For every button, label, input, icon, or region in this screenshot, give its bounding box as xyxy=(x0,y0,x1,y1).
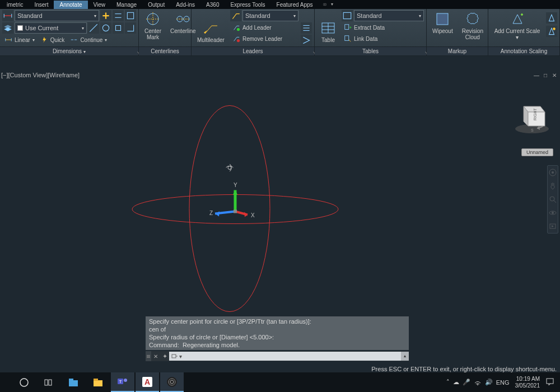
command-input[interactable]: ▾ xyxy=(169,352,401,361)
taskbar-clock[interactable]: 10:19 AM 3/05/2021 xyxy=(515,376,540,389)
leader-style-combo[interactable]: Standard▾ xyxy=(242,10,298,21)
panel-title-leaders[interactable]: Leaders↘ xyxy=(192,46,314,55)
autocad-icon[interactable]: A xyxy=(136,372,159,392)
scale-list-icon[interactable] xyxy=(546,12,557,24)
dim-baseline-icon[interactable] xyxy=(113,10,124,21)
pan-icon[interactable] xyxy=(548,181,557,190)
multileader-button[interactable]: Multileader xyxy=(194,10,228,46)
tray-onedrive-icon[interactable]: ☁ xyxy=(453,379,459,386)
command-recent-icon[interactable]: ▴ xyxy=(401,352,409,361)
leader-style-icon[interactable] xyxy=(230,10,241,21)
svg-rect-48 xyxy=(234,210,237,213)
cortana-icon[interactable] xyxy=(12,372,36,392)
task-view-icon[interactable] xyxy=(37,372,60,392)
obs-icon[interactable] xyxy=(160,372,184,392)
dim-override-icon[interactable] xyxy=(125,10,136,21)
dim-tool-4[interactable] xyxy=(125,22,136,34)
add-scale-button[interactable]: Add Current Scale ▾ xyxy=(491,10,544,46)
dim-layer-combo[interactable]: Use Current▾ xyxy=(15,22,87,34)
svg-rect-72 xyxy=(94,380,102,386)
dim-tool-3[interactable] xyxy=(113,22,124,34)
menu-item-manage[interactable]: Manage xyxy=(111,1,142,9)
panel-dimensions: Standard▾ Use Current▾ xyxy=(0,9,139,55)
tray-wifi-icon[interactable] xyxy=(474,378,482,387)
panel-tables: Table Standard▾ Extract Data Link Data xyxy=(315,9,427,55)
action-center-icon[interactable] xyxy=(545,377,554,388)
link-data-button[interactable]: Link Data xyxy=(342,34,424,44)
revision-cloud-button[interactable]: Revision Cloud xyxy=(459,10,487,46)
center-mark-button[interactable]: Center Mark xyxy=(141,10,165,46)
panel-centerlines: Center Mark Centerline Centerlines xyxy=(139,9,192,55)
extract-data-button[interactable]: Extract Data xyxy=(342,22,424,32)
panel-title-tables[interactable]: Tables↘ xyxy=(315,46,426,55)
menu-item-a360[interactable]: A360 xyxy=(200,1,225,9)
svg-marker-42 xyxy=(233,190,237,195)
tray-lang[interactable]: ENG xyxy=(496,379,510,386)
dim-update-icon[interactable] xyxy=(100,10,111,21)
file-explorer-icon[interactable] xyxy=(86,372,110,392)
orbit-icon[interactable] xyxy=(548,208,557,217)
svg-point-67 xyxy=(20,379,28,386)
menu-item-output[interactable]: Output xyxy=(142,1,170,9)
menu-item-annotate[interactable]: Annotate xyxy=(54,1,87,9)
command-line-area: Specify center point for circle or [3P/2… xyxy=(146,316,409,361)
svg-point-76 xyxy=(124,379,127,382)
svg-rect-65 xyxy=(172,354,176,358)
svg-rect-7 xyxy=(127,12,133,18)
svg-text:RIGHT: RIGHT xyxy=(533,108,537,121)
full-nav-wheel-icon[interactable] xyxy=(548,168,557,177)
leader-align-icon[interactable] xyxy=(301,22,312,34)
remove-leader-button[interactable]: Remove Leader xyxy=(230,34,298,44)
svg-point-23 xyxy=(237,39,240,42)
teams-icon[interactable]: T xyxy=(111,372,134,392)
dim-style-combo[interactable]: Standard▾ xyxy=(15,10,99,21)
tray-mic-icon[interactable]: 🎤 xyxy=(463,379,470,386)
dimension-type-icon[interactable] xyxy=(2,10,13,21)
svg-rect-70 xyxy=(69,380,78,386)
leader-collect-icon[interactable] xyxy=(301,35,312,46)
showmotion-icon[interactable] xyxy=(548,222,557,231)
panel-markup: Wipeout Revision Cloud Markup xyxy=(427,9,488,55)
navigation-bar xyxy=(547,165,558,234)
table-style-combo[interactable]: Standard▾ xyxy=(354,10,424,21)
svg-point-22 xyxy=(237,28,240,31)
tray-chevron-icon[interactable]: ˄ xyxy=(446,379,450,386)
menu-item-addins[interactable]: Add-ins xyxy=(170,1,200,9)
viewcube[interactable]: S RIGHT xyxy=(512,98,552,137)
panel-scaling: Add Current Scale ▾ Annotation Scaling xyxy=(488,9,560,55)
dim-tool-2[interactable] xyxy=(100,22,111,34)
scale-sync-icon[interactable] xyxy=(546,26,557,37)
command-history[interactable]: Specify center point for circle or [3P/2… xyxy=(146,316,409,350)
svg-rect-68 xyxy=(45,380,48,385)
svg-point-1 xyxy=(324,4,325,4)
panel-title-dimensions[interactable]: Dimensions▾↘ xyxy=(0,46,138,55)
zoom-icon[interactable] xyxy=(548,195,557,204)
menu-item-express[interactable]: Express Tools xyxy=(225,1,270,9)
dim-tool-1[interactable] xyxy=(88,22,99,34)
linear-button[interactable]: Linear▾ xyxy=(2,35,37,45)
menu-item-insert[interactable]: Insert xyxy=(29,1,54,9)
app-files-icon[interactable] xyxy=(62,372,85,392)
svg-rect-10 xyxy=(116,26,121,31)
add-leader-button[interactable]: Add Leader xyxy=(230,22,298,32)
menu-item-featured[interactable]: Featured Apps xyxy=(271,1,319,9)
quick-button[interactable]: Quick xyxy=(38,35,67,45)
table-button[interactable]: Table xyxy=(317,10,339,46)
command-drag-handle[interactable] xyxy=(146,351,151,361)
dim-layer-icon[interactable] xyxy=(2,22,13,34)
table-style-icon[interactable] xyxy=(342,10,353,21)
system-tray[interactable]: ˄ ☁ 🎤 🔊 ENG xyxy=(446,378,510,387)
menu-item-parametric[interactable]: imetric xyxy=(1,1,29,9)
svg-text:Y: Y xyxy=(234,182,237,188)
menu-item-view[interactable]: View xyxy=(88,1,111,9)
svg-point-59 xyxy=(550,197,554,201)
command-close-icon[interactable]: ✕ xyxy=(151,353,160,360)
wipeout-button[interactable]: Wipeout xyxy=(429,10,456,46)
status-hint: Press ESC or ENTER to exit, or right-cli… xyxy=(371,366,557,372)
view-name-tag[interactable]: Unnamed xyxy=(521,148,553,156)
command-customize-icon[interactable]: ✦ xyxy=(160,353,169,360)
dim-style-value: Standard xyxy=(17,12,43,19)
tray-volume-icon[interactable]: 🔊 xyxy=(485,379,493,386)
continue-button[interactable]: Continue▾ xyxy=(68,35,109,45)
menu-overflow[interactable]: ▾ xyxy=(323,2,333,7)
